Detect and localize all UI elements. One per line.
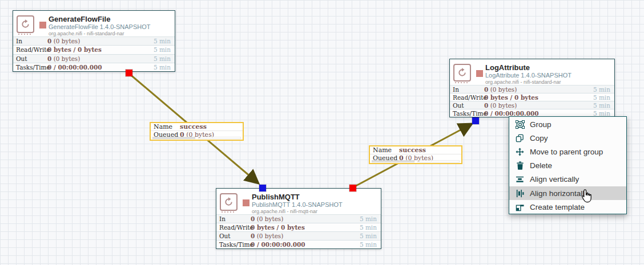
connection-destination-endpoint[interactable]	[259, 185, 266, 191]
menu-item-delete[interactable]: Delete	[509, 159, 626, 173]
processor-stats: In0 (0 bytes)5 min Read/Write0 bytes / 0…	[450, 85, 614, 117]
menu-item-align-vertically[interactable]: Align vertically	[509, 173, 626, 186]
connection-source-endpoint[interactable]	[349, 185, 356, 191]
align-vertical-icon	[515, 174, 525, 184]
menu-item-label: Group	[530, 120, 552, 129]
stat-row-readwrite: Read/Write0 bytes / 0 bytes5 min	[450, 93, 614, 101]
group-icon	[515, 120, 525, 129]
connection-destination-endpoint[interactable]	[472, 117, 479, 124]
mouse-cursor-icon	[580, 189, 593, 206]
processor-icon	[220, 193, 238, 211]
menu-item-move-to-parent-group[interactable]: Move to parent group	[509, 145, 626, 158]
connection-name-row: Namesuccess	[370, 146, 461, 154]
stat-row-out: Out0 (0 bytes)5 min	[13, 54, 175, 63]
stat-row-out: Out0 (0 bytes)5 min	[216, 231, 381, 240]
stat-row-out: Out0 (0 bytes)5 min	[450, 101, 614, 109]
stopped-indicator-icon	[476, 70, 483, 77]
processor-stats: In0 (0 bytes)5 min Read/Write0 bytes / 0…	[13, 36, 175, 71]
processor-publishmqtt[interactable]: PublishMQTT PublishMQTT 1.4.0-SNAPSHOT o…	[216, 188, 381, 249]
stat-row-tasks: Tasks/Time0 / 00:00:00.0005 min	[216, 240, 381, 248]
processor-type: PublishMQTT 1.4.0-SNAPSHOT	[252, 201, 381, 209]
name-key: Name	[154, 123, 180, 131]
context-menu: Group Copy Move to parent group Delete A…	[509, 116, 627, 214]
queue-percent-bars	[372, 160, 460, 162]
processor-type: GenerateFlowFile 1.4.0-SNAPSHOT	[49, 23, 175, 31]
menu-item-label: Copy	[530, 134, 548, 142]
menu-item-label: Create template	[530, 203, 585, 211]
connection-source-endpoint[interactable]	[126, 70, 132, 76]
trash-icon	[515, 161, 525, 170]
menu-item-group[interactable]: Group	[509, 117, 626, 131]
stat-row-readwrite: Read/Write0 bytes / 0 bytes5 min	[216, 223, 381, 231]
flow-canvas[interactable]: Namesuccess Queued0 (0 bytes) Namesucces…	[0, 0, 644, 265]
processor-header: GenerateFlowFile GenerateFlowFile 1.4.0-…	[13, 11, 175, 36]
processor-icon	[453, 64, 471, 81]
stopped-indicator-icon	[39, 22, 46, 28]
menu-item-label: Align horizontally	[530, 189, 588, 198]
menu-item-label: Align vertically	[530, 175, 579, 184]
name-key: Name	[373, 146, 399, 154]
stat-row-tasks: Tasks/Time0 / 00:00:00.0005 min	[450, 109, 614, 117]
stat-row-readwrite: Read/Write0 bytes / 0 bytes5 min	[13, 45, 175, 54]
connection-label[interactable]: Namesuccess Queued0 (0 bytes)	[150, 122, 244, 141]
menu-item-copy[interactable]: Copy	[509, 131, 626, 145]
menu-item-create-template[interactable]: Create template	[509, 200, 626, 214]
processor-name: GenerateFlowFile	[49, 15, 175, 23]
processor-logattribute[interactable]: LogAttribute LogAttribute 1.4.0-SNAPSHOT…	[449, 59, 615, 117]
menu-item-align-horizontally[interactable]: Align horizontally	[509, 186, 626, 200]
menu-item-label: Move to parent group	[530, 148, 603, 156]
connection-label[interactable]: Namesuccess Queued0 (0 bytes)	[369, 145, 462, 164]
name-value: success	[399, 146, 426, 154]
stopped-indicator-icon	[243, 199, 249, 206]
align-horizontal-icon	[515, 189, 525, 198]
processor-stats: In0 (0 bytes)5 min Read/Write0 bytes / 0…	[216, 214, 381, 248]
processor-header: PublishMQTT PublishMQTT 1.4.0-SNAPSHOT o…	[216, 189, 381, 214]
queue-percent-bars	[152, 137, 241, 139]
processor-header: LogAttribute LogAttribute 1.4.0-SNAPSHOT…	[450, 59, 614, 85]
copy-icon	[515, 133, 525, 143]
processor-name: PublishMQTT	[252, 193, 381, 201]
processor-icon	[17, 15, 34, 33]
stat-row-in: In0 (0 bytes)5 min	[450, 85, 614, 93]
template-icon	[515, 202, 525, 212]
stat-row-tasks: Tasks/Time0 / 00:00:00.0005 min	[13, 63, 175, 71]
stat-row-in: In0 (0 bytes)5 min	[13, 37, 175, 45]
processor-name: LogAttribute	[485, 63, 614, 72]
processor-generateflowfile[interactable]: GenerateFlowFile GenerateFlowFile 1.4.0-…	[13, 10, 175, 72]
connection-name-row: Namesuccess	[151, 123, 243, 131]
move-icon	[515, 147, 525, 157]
menu-item-label: Delete	[530, 161, 552, 170]
processor-type: LogAttribute 1.4.0-SNAPSHOT	[485, 72, 614, 79]
stat-row-in: In0 (0 bytes)5 min	[216, 215, 381, 223]
name-value: success	[180, 123, 207, 131]
